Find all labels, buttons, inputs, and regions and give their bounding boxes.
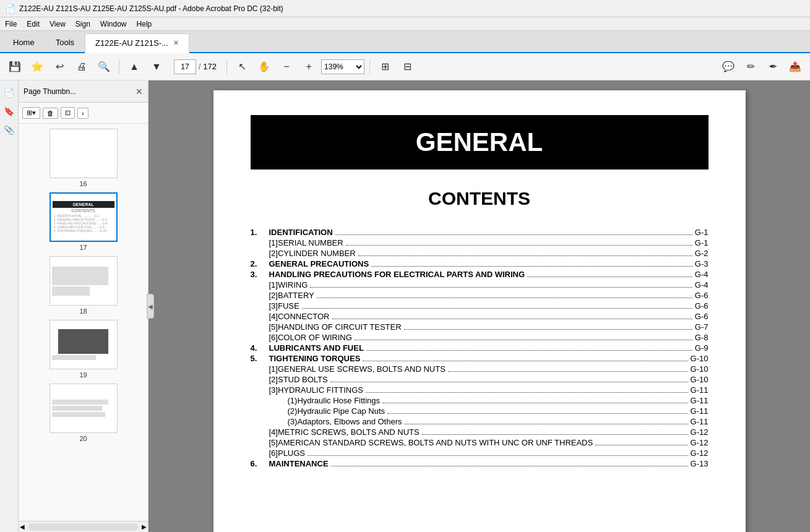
menu-help[interactable]: Help — [137, 20, 152, 28]
thumbnail-page-16[interactable]: 16 — [50, 129, 118, 187]
toc-label-5-3-2: Hydraulic Pipe Cap Nuts — [297, 406, 385, 416]
share-button[interactable]: 📤 — [785, 57, 805, 77]
toc-dots-5-3-2 — [387, 405, 688, 414]
comment-button[interactable]: 💬 — [718, 57, 738, 77]
toc-num-5-2: [2] — [251, 375, 278, 384]
toc-dots-3-6 — [355, 332, 692, 340]
fit-page-button[interactable]: ⊞ — [375, 57, 395, 77]
sidebar: Page Thumbn... ✕ ⊞▾ 🗑 ⊡ › 16 — [19, 80, 149, 532]
toc-dots-5-3-3 — [404, 416, 687, 424]
sidebar-collapse-handle[interactable]: ◀ — [147, 294, 154, 319]
toc-entry-3-6: [6] COLOR OF WIRING G-8 — [251, 332, 709, 342]
toc-label-3-6: COLOR OF WIRING — [278, 333, 352, 342]
bookmark-button[interactable]: ⭐ — [27, 57, 47, 77]
next-page-button[interactable]: ▼ — [147, 57, 166, 77]
tab-tools[interactable]: Tools — [45, 32, 85, 52]
sidebar-tool-delete[interactable]: 🗑 — [43, 108, 58, 119]
sidebar-tool-grid[interactable]: ⊞▾ — [22, 107, 40, 119]
tab-document[interactable]: Z122E-AU Z121S-... ✕ — [85, 33, 189, 53]
page-number-input[interactable]: 17 — [174, 59, 196, 74]
sidebar-header-left: Page Thumbn... — [24, 87, 76, 96]
toc-dots-2 — [371, 258, 692, 267]
toc-page-1: G-1 — [695, 228, 709, 237]
toc-page-5-3-2: G-11 — [691, 406, 709, 416]
toc-num-5-3: [3] — [251, 385, 278, 395]
menu-bar: File Edit View Sign Window Help — [0, 17, 810, 31]
toc-num-3-2: [2] — [251, 291, 278, 300]
cursor-tool-button[interactable]: ↖ — [232, 57, 252, 77]
document-area: GENERAL CONTENTS 1. IDENTIFICATION G-1 [… — [149, 80, 810, 532]
toc-page-5-4: G-12 — [691, 427, 709, 437]
toc-page-3-1: G-4 — [695, 280, 709, 290]
tab-close-button[interactable]: ✕ — [173, 39, 179, 47]
menu-sign[interactable]: Sign — [75, 20, 90, 28]
search-button[interactable]: 🔍 — [94, 57, 114, 77]
menu-window[interactable]: Window — [100, 20, 127, 28]
fit-width-button[interactable]: ⊟ — [397, 57, 417, 77]
zoom-select[interactable]: 139% 100% 75% 50% Fit Page Fit Width — [321, 59, 364, 74]
toc-page-5-2: G-10 — [691, 375, 709, 384]
toc-container: 1. IDENTIFICATION G-1 [1] SERIAL NUMBER … — [251, 226, 709, 468]
page-separator: / — [199, 62, 200, 71]
toc-label-5-6: PLUGS — [278, 448, 305, 458]
scroll-right-btn[interactable]: ▶ — [140, 523, 148, 530]
toc-num-5: 5. — [251, 354, 269, 363]
menu-file[interactable]: File — [5, 20, 17, 28]
toc-page-5: G-10 — [691, 354, 709, 363]
toc-page-1-1: G-1 — [695, 238, 709, 247]
sidebar-tool-extract[interactable]: ⊡ — [61, 107, 75, 119]
horizontal-scrollbar[interactable] — [28, 523, 138, 531]
attachments-icon-btn[interactable]: 📎 — [2, 122, 17, 137]
toc-dots-5-4 — [422, 426, 688, 435]
toc-label-3: HANDLING PRECAUTIONS FOR ELECTRICAL PART… — [269, 270, 525, 279]
thumbnail-page-19[interactable]: 19 — [50, 320, 118, 379]
highlight-button[interactable]: ✏ — [741, 57, 760, 77]
toc-entry-5-3: [3] HYDRAULIC FITTINGS G-11 — [251, 384, 709, 395]
back-button[interactable]: ↩ — [50, 57, 69, 77]
toc-entry-1: 1. IDENTIFICATION G-1 — [251, 226, 709, 237]
window-title: Z122E-AU Z121S-AU Z125E-AU Z125S-AU.pdf … — [19, 4, 283, 13]
prev-page-button[interactable]: ▲ — [124, 57, 144, 77]
toc-num-5-3-3: (3) — [251, 417, 298, 426]
hand-tool-button[interactable]: ✋ — [254, 57, 274, 77]
toc-dots-3-5 — [404, 321, 692, 330]
thumbnail-page-18[interactable]: 18 — [50, 256, 118, 315]
toc-dots-5-3-1 — [382, 395, 688, 403]
save-button[interactable]: 💾 — [5, 57, 25, 77]
toc-dots-5-6 — [308, 447, 688, 456]
toc-entry-5-1: [1] GENERAL USE SCREWS, BOLTS AND NUTS G… — [251, 363, 709, 374]
thumbnail-label-20: 20 — [79, 435, 87, 442]
thumbnail-page-20[interactable]: 20 — [50, 384, 118, 442]
bookmarks-icon-btn[interactable]: 🔖 — [2, 104, 17, 119]
scroll-left-btn[interactable]: ◀ — [19, 523, 26, 530]
toc-label-6: MAINTENANCE — [269, 459, 329, 468]
sidebar-close-button[interactable]: ✕ — [136, 87, 143, 97]
toc-label-3-1: WIRING — [278, 280, 308, 290]
zoom-out-button[interactable]: − — [277, 57, 296, 77]
thumbnail-box-19 — [50, 320, 118, 369]
toc-page-3-4: G-6 — [695, 312, 709, 321]
toc-label-1: IDENTIFICATION — [269, 228, 333, 237]
menu-view[interactable]: View — [50, 20, 66, 28]
markup-button[interactable]: ✒ — [763, 57, 783, 77]
toc-entry-3-2: [2] BATTERY G-6 — [251, 290, 709, 300]
toc-entry-5-3-3: (3) Adaptors, Elbows and Others G-11 — [251, 416, 709, 426]
menu-edit[interactable]: Edit — [27, 20, 40, 28]
zoom-in-button[interactable]: + — [299, 57, 319, 77]
toc-label-5-2: STUD BOLTS — [278, 375, 328, 384]
toc-num-5-6: [6] — [251, 448, 278, 458]
sidebar-tool-more[interactable]: › — [77, 108, 88, 119]
toc-num-4: 4. — [251, 343, 269, 353]
tab-home[interactable]: Home — [2, 32, 45, 52]
page-section-header: GENERAL — [251, 115, 709, 169]
print-button[interactable]: 🖨 — [72, 57, 92, 77]
toc-page-1-2: G-2 — [695, 249, 709, 258]
toc-page-5-3-3: G-11 — [691, 417, 709, 426]
toc-label-5-5: AMERICAN STANDARD SCREWS, BOLTS AND NUTS… — [278, 438, 593, 447]
toc-entry-3: 3. HANDLING PRECAUTIONS FOR ELECTRICAL P… — [251, 268, 709, 279]
thumbnail-page-17[interactable]: GENERAL CONTENTS 1. IDENTIFICATION .....… — [50, 192, 118, 251]
sidebar-header: Page Thumbn... ✕ — [19, 80, 148, 103]
pages-icon-btn[interactable]: 📄 — [2, 85, 17, 100]
toc-label-5: TIGHTENING TORQUES — [269, 354, 361, 363]
toc-page-3-2: G-6 — [695, 291, 709, 300]
